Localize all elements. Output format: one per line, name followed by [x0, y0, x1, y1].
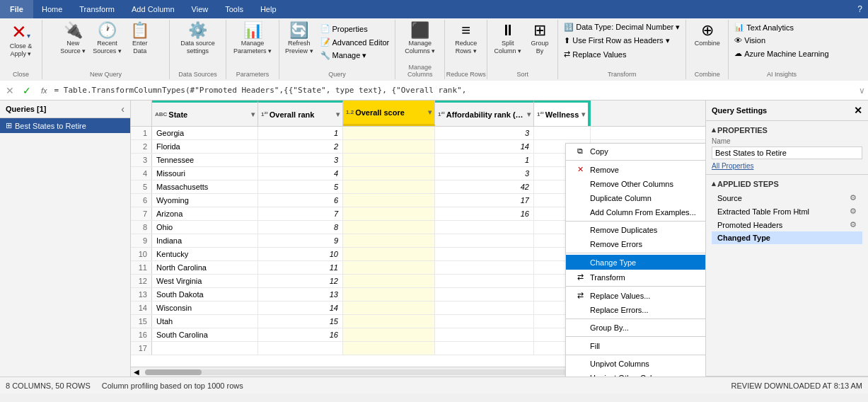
score-cell: [343, 315, 435, 328]
qs-name-input[interactable]: [712, 147, 862, 159]
enter-data-button[interactable]: 📋 EnterData: [126, 21, 154, 57]
col-header-afford[interactable]: 1²³ Affordability rank (40%) ▾: [435, 100, 534, 126]
state-cell: Utah: [152, 315, 258, 328]
manage-cols-label: Manage Columns: [395, 64, 444, 78]
state-cell: West Virginia: [152, 275, 258, 287]
ctx-add-from-examples[interactable]: Add Column From Examples...: [566, 205, 705, 219]
formula-expand-button[interactable]: ∨: [859, 86, 865, 96]
step-item[interactable]: Promoted Headers⚙: [712, 218, 862, 231]
step-label: Extracted Table From Html: [717, 207, 809, 216]
ctx-remove-icon: ✕: [574, 165, 586, 174]
ctx-replace-errors[interactable]: Replace Errors...: [566, 303, 705, 317]
new-source-button[interactable]: 🔌 NewSource ▾: [57, 21, 88, 57]
ctx-copy[interactable]: ⧉ Copy: [566, 144, 705, 159]
ctx-fill[interactable]: Fill ▶: [566, 338, 705, 353]
step-item[interactable]: Source⚙: [712, 191, 862, 205]
formula-cancel-button[interactable]: ✕: [3, 85, 17, 96]
ctx-remove-other[interactable]: Remove Other Columns: [566, 177, 705, 191]
row-number-cell: 13: [131, 288, 152, 301]
properties-button[interactable]: 📄 Properties: [318, 23, 393, 35]
ctx-remove-errors[interactable]: Remove Errors: [566, 237, 705, 251]
tab-transform[interactable]: Transform: [71, 0, 123, 18]
ctx-unpivot[interactable]: Unpivot Columns: [566, 357, 705, 371]
score-cell: [343, 194, 435, 207]
azure-ml-button[interactable]: ☁ Azure Machine Learning: [731, 47, 831, 59]
tab-tools[interactable]: Tools: [216, 0, 252, 18]
tab-home[interactable]: Home: [33, 0, 71, 18]
ctx-upo-label: Unpivot Other Columns: [590, 374, 671, 377]
col-header-rank[interactable]: 1²³ Overall rank ▾: [258, 100, 343, 126]
ctx-duplicate[interactable]: Duplicate Column: [566, 191, 705, 205]
combine-button[interactable]: ⊕ Combine: [692, 21, 723, 49]
grid-header: ABC State ▾ 1²³ Overall rank ▾: [131, 100, 705, 127]
rank-col-name: Overall rank: [270, 110, 335, 119]
manage-parameters-button[interactable]: 📊 ManageParameters ▾: [231, 21, 274, 57]
data-type-button[interactable]: 🔢 Data Type: Decimal Number ▾: [561, 21, 683, 33]
ribbon: ✕▾ Close &Apply ▾ Close 🔌 NewSource ▾ 🕐 …: [0, 18, 868, 81]
ctx-replace-values[interactable]: ⇄ Replace Values...: [566, 288, 705, 303]
col-header-score[interactable]: 1.2 Overall score ▾: [343, 100, 435, 126]
afford-filter-button[interactable]: ▾: [527, 110, 531, 118]
ctx-sep1: [566, 160, 705, 161]
qs-name-field: Name: [712, 137, 862, 159]
ctx-transform[interactable]: ⇄ Transform ▶: [566, 270, 705, 285]
recent-sources-button[interactable]: 🕐 RecentSources ▾: [90, 21, 125, 57]
afford-cell: [435, 248, 534, 260]
ctx-remove[interactable]: ✕ Remove: [566, 162, 705, 177]
group-by-icon: ⊞: [533, 23, 546, 38]
data-source-settings-button[interactable]: ⚙️ Data sourcesettings: [178, 21, 218, 57]
step-gear-icon[interactable]: ⚙: [850, 207, 857, 216]
recent-sources-icon: 🕐: [98, 23, 117, 38]
scroll-thumb[interactable]: [145, 369, 202, 375]
advanced-editor-icon: 📝: [320, 38, 330, 47]
tab-file[interactable]: File: [0, 0, 33, 18]
ctx-remove-dup[interactable]: Remove Duplicates: [566, 223, 705, 237]
scroll-left-button[interactable]: ◀: [131, 368, 142, 376]
all-properties-link[interactable]: All Properties: [712, 162, 862, 170]
reduce-rows-icon: ≡: [461, 23, 470, 38]
tab-view[interactable]: View: [183, 0, 217, 18]
step-item[interactable]: Changed Type: [712, 231, 862, 244]
ctx-dup-label: Duplicate Column: [590, 194, 652, 202]
enter-data-label: EnterData: [132, 40, 148, 55]
data-grid-area: ABC State ▾ 1²³ Overall rank ▾: [131, 100, 705, 377]
sidebar-item-best-states[interactable]: ⊞ Best States to Retire: [0, 118, 130, 133]
ctx-group-by[interactable]: Group By...: [566, 321, 705, 335]
rank-filter-button[interactable]: ▾: [336, 110, 340, 118]
ctx-unpivot-other[interactable]: Unpivot Other Columns: [566, 371, 705, 377]
col-header-state[interactable]: ABC State ▾: [152, 100, 258, 126]
formula-confirm-button[interactable]: ✓: [20, 85, 34, 96]
sidebar-collapse-button[interactable]: ‹: [121, 103, 125, 115]
step-gear-icon[interactable]: ⚙: [850, 193, 857, 202]
step-gear-icon[interactable]: ⚙: [850, 220, 857, 229]
reduce-rows-button[interactable]: ≡ ReduceRows ▾: [452, 21, 480, 57]
table-row[interactable]: 1Georgia13: [131, 127, 705, 140]
manage-columns-button[interactable]: ⬛ ManageColumns ▾: [402, 21, 438, 57]
ctx-sep3: [566, 253, 705, 253]
state-filter-button[interactable]: ▾: [251, 110, 255, 118]
manage-button[interactable]: 🔧 Manage ▾: [318, 50, 393, 62]
first-row-headers-button[interactable]: ⬆ Use First Row as Headers ▾: [561, 35, 672, 47]
replace-values-ribbon-button[interactable]: ⇄ Replace Values: [561, 48, 629, 60]
tab-help[interactable]: Help: [252, 0, 285, 18]
split-column-button[interactable]: ⏸ SplitColumn ▾: [491, 21, 524, 57]
rank-cell: 10: [258, 248, 343, 260]
state-cell: Wyoming: [152, 194, 258, 207]
ctx-change-type[interactable]: Change Type ▶ ✓ Decimal Number Fixed dec…: [566, 255, 705, 270]
step-item[interactable]: Extracted Table From Html⚙: [712, 205, 862, 218]
score-filter-button[interactable]: ▾: [428, 108, 432, 116]
qs-close-button[interactable]: ✕: [854, 105, 862, 116]
well-type-icon: 1²³: [537, 111, 544, 117]
advanced-editor-button[interactable]: 📝 Advanced Editor: [318, 36, 393, 48]
vision-button[interactable]: 👁 Vision: [731, 35, 768, 46]
col-header-wellness[interactable]: 1²³ Wellness ▾: [534, 100, 591, 126]
well-filter-button[interactable]: ▾: [581, 110, 585, 118]
close-apply-button[interactable]: ✕▾ Close &Apply ▾: [7, 21, 35, 59]
group-by-button[interactable]: ⊞ GroupBy: [526, 21, 554, 57]
text-analytics-button[interactable]: 📊 Text Analytics: [731, 21, 797, 33]
tab-add-column[interactable]: Add Column: [123, 0, 183, 18]
close-group-label: Close: [0, 71, 42, 78]
refresh-preview-button[interactable]: 🔄 RefreshPreview ▾: [282, 21, 316, 62]
help-icon[interactable]: ?: [857, 4, 862, 14]
formula-input[interactable]: [54, 86, 856, 95]
